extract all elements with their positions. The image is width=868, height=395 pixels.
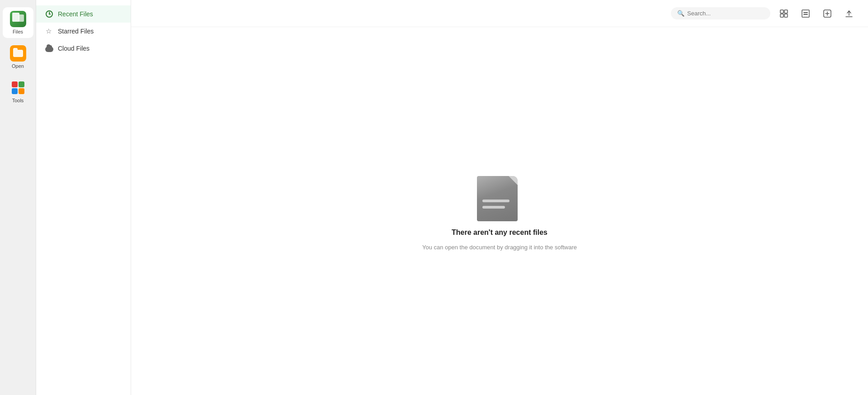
svg-rect-5 [803, 12, 808, 13]
sidebar-label-cloud: Cloud Files [58, 45, 90, 52]
nav-label-open: Open [12, 63, 24, 69]
empty-title: There aren't any recent files [452, 228, 547, 237]
sidebar-label-recent: Recent Files [58, 10, 93, 18]
nav-item-files[interactable]: Files [3, 7, 33, 38]
grid-view-button[interactable] [776, 5, 792, 22]
sidebar-label-starred: Starred Files [58, 28, 94, 35]
add-button[interactable] [819, 5, 835, 22]
clock-icon [45, 10, 53, 18]
empty-subtitle: You can open the document by dragging it… [422, 244, 577, 251]
sidebar-item-recent[interactable]: Recent Files [36, 5, 131, 23]
nav-label-tools: Tools [12, 98, 24, 103]
svg-rect-0 [780, 10, 783, 13]
svg-rect-4 [802, 10, 809, 17]
grid-icon [780, 10, 788, 18]
upload-button[interactable] [841, 5, 857, 22]
box-view-button[interactable] [797, 5, 814, 22]
search-icon: 🔍 [677, 10, 684, 17]
empty-document-icon [477, 171, 522, 221]
sidebar: Recent Files ☆ Starred Files Cloud Files [36, 0, 131, 395]
svg-rect-3 [784, 14, 788, 17]
nav-bar: Files Open Tools [0, 0, 36, 395]
cloud-icon [45, 44, 53, 52]
toolbar: 🔍 [131, 0, 868, 27]
main-content: 🔍 [131, 0, 868, 395]
nav-item-open[interactable]: Open [3, 42, 33, 72]
plus-icon [823, 10, 831, 18]
box-icon [802, 10, 810, 18]
star-icon: ☆ [45, 27, 53, 35]
svg-rect-2 [780, 14, 783, 17]
sidebar-item-starred[interactable]: ☆ Starred Files [36, 23, 131, 40]
tools-icon-wrapper [10, 80, 26, 96]
files-icon [10, 11, 26, 27]
search-input[interactable] [687, 10, 764, 17]
upload-icon [845, 10, 853, 18]
open-icon [10, 45, 26, 62]
search-box[interactable]: 🔍 [671, 7, 770, 19]
empty-state: There aren't any recent files You can op… [131, 27, 868, 395]
sidebar-item-cloud[interactable]: Cloud Files [36, 40, 131, 57]
nav-label-files: Files [13, 29, 23, 34]
nav-item-tools[interactable]: Tools [3, 76, 33, 107]
svg-rect-6 [803, 14, 808, 15]
svg-rect-1 [784, 10, 788, 13]
